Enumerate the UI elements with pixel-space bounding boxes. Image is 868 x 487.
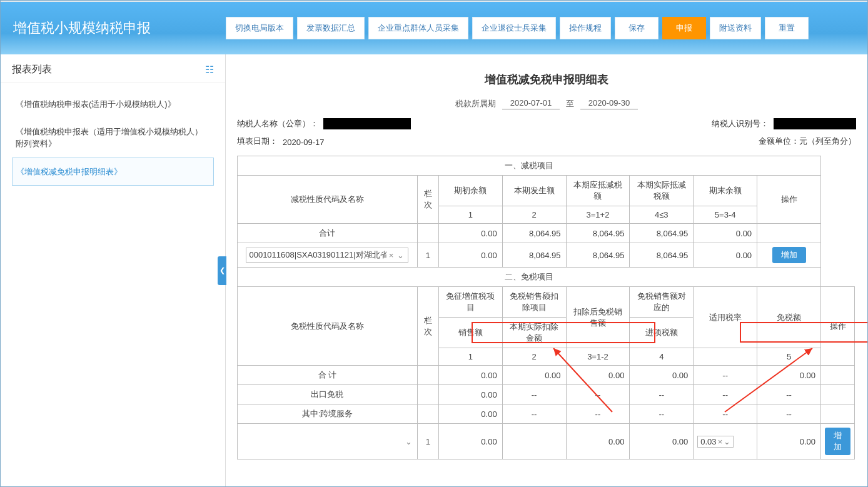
form-content: 增值税减免税申报明细表 税款所属期 2020-07-01 至 2020-09-3… (226, 54, 867, 486)
taxpayer-name-value (323, 118, 411, 129)
exemption-total-2: 0.00 (566, 366, 630, 385)
exemption-add-button[interactable]: 增加 (825, 428, 850, 455)
reduction-colnum-3: 4≤3 (630, 206, 694, 224)
exemption-edit-1[interactable] (502, 424, 566, 459)
guide-button[interactable]: 操作规程 (560, 17, 611, 39)
exemption-export-2: -- (566, 385, 630, 404)
reset-button[interactable]: 重置 (765, 17, 809, 39)
reduction-col-3: 本期实际抵减税额 (630, 176, 694, 206)
exemption-code-select[interactable]: ⌄ (405, 437, 412, 446)
reduction-colnum-4: 5=3-4 (694, 206, 757, 224)
reduction-total-1: 8,064.95 (502, 224, 566, 243)
tax-rate-value: 0.03 (700, 437, 716, 446)
exemption-total-0: 0.00 (438, 366, 502, 385)
reduction-table: 一、减税项目 减税性质代码及名称 栏次 期初余额 本期发生额 本期应抵减税额 本… (237, 156, 855, 459)
reduction-col-4: 期末余额 (694, 176, 757, 206)
period-label: 税款所属期 (455, 98, 496, 109)
exemption-total-label: 合 计 (238, 366, 418, 385)
reduction-colnum-2: 3=1+2 (566, 206, 630, 224)
save-button[interactable]: 保存 (615, 17, 659, 39)
chevron-down-icon[interactable]: ⌄ (724, 437, 730, 446)
exemption-col-2: 扣除后免税销售额 (566, 287, 630, 348)
exemption-edit-last[interactable]: 0.00 (757, 424, 821, 459)
exemption-export-label: 出口免税 (238, 385, 418, 404)
sidebar-collapse-handle[interactable]: ❮ (218, 256, 226, 285)
exemption-export-0: 0.00 (438, 385, 502, 404)
tax-rate-select[interactable]: 0.03 × ⌄ (697, 436, 734, 448)
reduction-col-1: 本期发生额 (502, 176, 566, 206)
taxpayer-name-label: 纳税人名称（公章）： (237, 118, 318, 129)
exemption-edit-lan: 1 (417, 424, 438, 459)
chevron-down-icon[interactable]: ⌄ (396, 251, 405, 260)
exemption-total-4: -- (694, 366, 757, 385)
exemption-lanci: 栏次 (417, 287, 438, 366)
reduction-row1-0[interactable]: 0.00 (438, 243, 502, 268)
invoice-summary-button[interactable]: 发票数据汇总 (297, 17, 365, 39)
exemption-col-5: 免税额 (757, 287, 821, 348)
exemption-edit-0[interactable]: 0.00 (438, 424, 502, 459)
layers-icon[interactable]: ☷ (205, 64, 214, 76)
declare-button[interactable]: 申报 (662, 17, 706, 39)
reduction-code-value: 0001011608|SXA031901121|对湖北省外的 (249, 249, 386, 261)
sidebar-item-report-1[interactable]: 《增值税纳税申报表（适用于增值税小规模纳税人）附列资料》 (12, 118, 214, 158)
reduction-colnum-1: 2 (502, 206, 566, 224)
reduction-col-2: 本期应抵减税额 (566, 176, 630, 206)
reduction-row1-lan: 1 (417, 243, 438, 268)
exemption-colnum-2: 3=1-2 (566, 348, 630, 366)
period-from: 2020-07-01 (502, 98, 560, 109)
clear-icon[interactable]: × (717, 437, 724, 446)
exemption-edit-2[interactable]: 0.00 (566, 424, 630, 459)
exemption-export-1: -- (502, 385, 566, 404)
chevron-left-icon: ❮ (220, 266, 225, 274)
exemption-col-0: 免征增值税项目 (438, 287, 502, 318)
reduction-code-col: 减税性质代码及名称 (238, 176, 418, 224)
reduction-col-0: 期初余额 (438, 176, 502, 206)
reduction-add-button[interactable]: 增加 (772, 247, 806, 263)
sidebar-title: 报表列表 (12, 63, 52, 76)
reduction-total-2: 8,064.95 (566, 224, 630, 243)
sidebar-item-report-2[interactable]: 《增值税减免税申报明细表》 (12, 158, 214, 186)
exemption-col-4: 适用税率 (694, 287, 757, 348)
exemption-colnum-0: 1 (438, 348, 502, 366)
reduction-total-3: 8,064.95 (630, 224, 694, 243)
app-header: 增值税小规模纳税申报 切换电局版本 发票数据汇总 企业重点群体人员采集 企业退役… (1, 2, 867, 54)
exemption-cross-4: -- (694, 404, 757, 424)
reduction-row1-2[interactable]: 8,064.95 (566, 243, 630, 268)
page-title: 增值税小规模纳税申报 (13, 19, 226, 38)
veterans-button[interactable]: 企业退役士兵采集 (472, 17, 556, 39)
reduction-total-4: 0.00 (694, 224, 757, 243)
fill-date-label: 填表日期： (237, 136, 278, 147)
exemption-sub-3: 进项税额 (630, 318, 694, 348)
exemption-export-4: -- (694, 385, 757, 404)
exemption-total-1: 0.00 (502, 366, 566, 385)
reduction-code-select[interactable]: 0001011608|SXA031901121|对湖北省外的 × ⌄ (246, 248, 408, 263)
exemption-section-title: 二、免税项目 (238, 268, 821, 287)
exemption-sub-1: 本期实际扣除金额 (502, 318, 566, 348)
exemption-total-3: 0.00 (630, 366, 694, 385)
reduction-row1-3[interactable]: 8,064.95 (630, 243, 694, 268)
exemption-op-col: 操作 (821, 287, 855, 366)
exemption-colnum-3: 4 (630, 348, 694, 366)
exemption-edit-3[interactable]: 0.00 (630, 424, 694, 459)
switch-edition-button[interactable]: 切换电局版本 (226, 17, 293, 39)
reduction-row1-4[interactable]: 0.00 (694, 243, 757, 268)
taxpayer-id-value (774, 118, 856, 129)
exemption-col-3: 免税销售额对应的 (630, 287, 694, 318)
reduction-row1-1[interactable]: 8,064.95 (502, 243, 566, 268)
clear-icon[interactable]: × (386, 251, 396, 260)
attachments-button[interactable]: 附送资料 (710, 17, 761, 39)
exemption-code-col: 免税性质代码及名称 (238, 287, 418, 366)
reduction-lanci: 栏次 (417, 176, 438, 224)
exemption-cross-label: 其中:跨境服务 (238, 404, 418, 424)
exemption-cross-5: -- (757, 404, 821, 424)
reduction-total-label: 合计 (238, 224, 418, 243)
sidebar: 报表列表 ☷ 《增值税纳税申报表(适用于小规模纳税人)》 《增值税纳税申报表（适… (1, 54, 226, 486)
taxpayer-id-label: 纳税人识别号： (712, 118, 769, 129)
reduction-section-title: 一、减税项目 (238, 156, 821, 176)
exemption-sub-0: 销售额 (438, 318, 502, 348)
key-groups-button[interactable]: 企业重点群体人员采集 (368, 17, 468, 39)
period-to-label: 至 (566, 98, 574, 109)
form-title: 增值税减免税申报明细表 (237, 72, 856, 87)
sidebar-item-report-0[interactable]: 《增值税纳税申报表(适用于小规模纳税人)》 (12, 91, 214, 118)
exemption-colnum-5: 5 (757, 348, 821, 366)
